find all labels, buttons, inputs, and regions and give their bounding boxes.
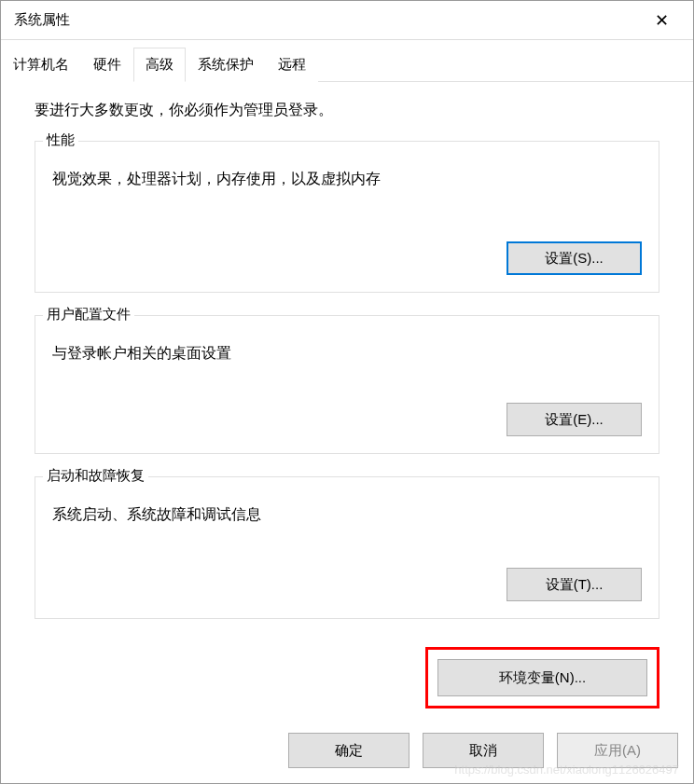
tab-remote[interactable]: 远程 (266, 48, 318, 82)
ok-button[interactable]: 确定 (288, 733, 409, 768)
performance-settings-button[interactable]: 设置(S)... (507, 241, 642, 275)
close-icon: ✕ (655, 10, 669, 31)
env-vars-button-wrapper: 环境变量(N)... (35, 647, 659, 708)
user-profiles-desc: 与登录帐户相关的桌面设置 (52, 344, 642, 364)
performance-title: 性能 (43, 131, 78, 149)
tab-content-advanced: 要进行大多数更改，你必须作为管理员登录。 性能 视觉效果，处理器计划，内存使用，… (1, 82, 693, 718)
tab-advanced[interactable]: 高级 (133, 48, 186, 82)
close-button[interactable]: ✕ (643, 7, 680, 34)
titlebar: 系统属性 ✕ (1, 1, 693, 40)
admin-notice-text: 要进行大多数更改，你必须作为管理员登录。 (35, 101, 659, 120)
user-profiles-groupbox: 用户配置文件 与登录帐户相关的桌面设置 设置(E)... (35, 315, 659, 454)
tab-system-protection[interactable]: 系统保护 (186, 48, 266, 82)
performance-desc: 视觉效果，处理器计划，内存使用，以及虚拟内存 (52, 170, 642, 189)
tab-computer-name[interactable]: 计算机名 (1, 48, 81, 82)
startup-recovery-groupbox: 启动和故障恢复 系统启动、系统故障和调试信息 设置(T)... (35, 476, 659, 619)
env-vars-highlight: 环境变量(N)... (425, 647, 659, 708)
footer-buttons: 确定 取消 应用(A) (1, 718, 693, 783)
user-profiles-button-row: 设置(E)... (52, 403, 642, 436)
cancel-button[interactable]: 取消 (423, 733, 544, 768)
startup-recovery-settings-button[interactable]: 设置(T)... (507, 568, 642, 601)
apply-button[interactable]: 应用(A) (557, 733, 678, 768)
tab-hardware[interactable]: 硬件 (81, 48, 133, 82)
system-properties-window: 系统属性 ✕ 计算机名 硬件 高级 系统保护 远程 要进行大多数更改，你必须作为… (0, 0, 694, 784)
startup-recovery-title: 启动和故障恢复 (43, 467, 148, 485)
user-profiles-settings-button[interactable]: 设置(E)... (507, 403, 642, 436)
performance-groupbox: 性能 视觉效果，处理器计划，内存使用，以及虚拟内存 设置(S)... (35, 141, 659, 293)
startup-recovery-button-row: 设置(T)... (52, 568, 642, 601)
window-title: 系统属性 (14, 11, 70, 29)
tab-strip: 计算机名 硬件 高级 系统保护 远程 (1, 48, 693, 82)
startup-recovery-desc: 系统启动、系统故障和调试信息 (52, 505, 642, 525)
performance-button-row: 设置(S)... (52, 241, 642, 275)
environment-variables-button[interactable]: 环境变量(N)... (437, 659, 647, 696)
user-profiles-title: 用户配置文件 (43, 306, 134, 323)
